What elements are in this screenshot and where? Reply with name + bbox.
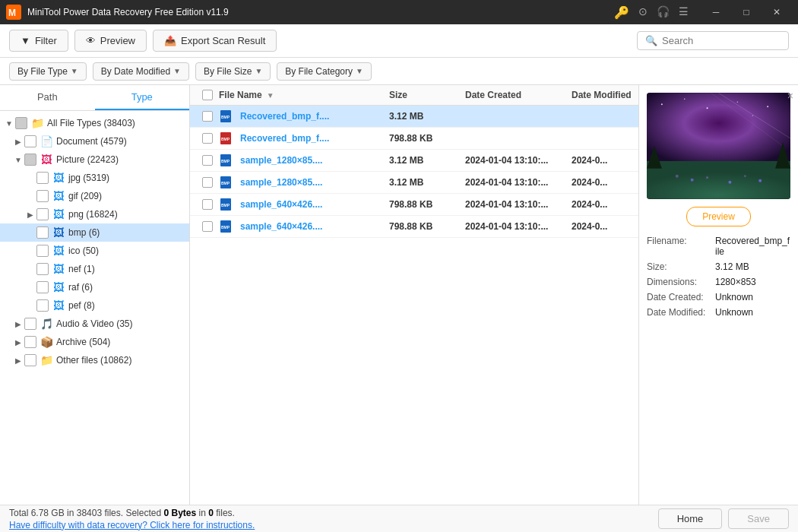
row-check-cell[interactable] <box>196 199 219 210</box>
tree-label: Other files (10862) <box>56 355 131 366</box>
headphones-icon[interactable]: 🎧 <box>657 5 670 20</box>
tree-label: Audio & Video (35) <box>56 318 133 329</box>
file-size-filter[interactable]: By File Size ▼ <box>195 62 271 81</box>
expand-icon[interactable]: ▶ <box>12 336 24 348</box>
sort-arrow-icon: ▼ <box>267 91 274 100</box>
bmp-file-icon: BMP <box>219 154 233 167</box>
row-checkbox[interactable] <box>202 221 213 232</box>
tree-checkbox[interactable] <box>36 263 49 275</box>
file-type-filter[interactable]: By File Type ▼ <box>9 62 87 81</box>
row-checkbox[interactable] <box>202 199 213 210</box>
tree-item-ico[interactable]: 🖼 ico (50) <box>0 242 189 260</box>
table-row[interactable]: BMP Recovered_bmp_f.... 798.88 KB <box>190 128 638 150</box>
svg-point-26 <box>676 175 679 178</box>
help-link[interactable]: Have difficulty with data recovery? Clic… <box>9 520 255 530</box>
export-button[interactable]: 📤 Export Scan Result <box>153 30 277 52</box>
tree-item-pef[interactable]: 🖼 pef (8) <box>0 296 189 315</box>
tree-checkbox[interactable] <box>24 154 36 166</box>
tab-type[interactable]: Type <box>95 85 190 110</box>
table-row[interactable]: BMP sample_640×426.... 798.88 KB 2024-01… <box>190 216 638 238</box>
tree-item-archive[interactable]: ▶ 📦 Archive (504) <box>0 333 189 351</box>
expand-icon[interactable]: ▶ <box>24 208 36 220</box>
col-header-modified[interactable]: Date Modified <box>572 90 632 100</box>
tree-label: raf (6) <box>68 282 93 293</box>
file-name-cell: BMP sample_640×426.... <box>219 220 389 233</box>
tree-item-png[interactable]: ▶ 🖼 png (16824) <box>0 205 189 223</box>
tree-checkbox[interactable] <box>36 190 49 202</box>
tree-item-other[interactable]: ▶ 📁 Other files (10862) <box>0 351 189 369</box>
table-row[interactable]: BMP sample_1280×85.... 3.12 MB 2024-01-0… <box>190 150 638 172</box>
row-checkbox[interactable] <box>202 155 213 166</box>
row-checkbox[interactable] <box>202 133 213 144</box>
tree-checkbox[interactable] <box>36 245 49 257</box>
row-checkbox[interactable] <box>202 111 213 122</box>
tree-item-document[interactable]: ▶ 📄 Document (4579) <box>0 132 189 150</box>
tree-item-all[interactable]: ▼ 📁 All File Types (38403) <box>0 114 189 132</box>
tree-label: nef (1) <box>68 264 95 274</box>
header-check[interactable] <box>196 90 219 100</box>
col-header-size[interactable]: Size <box>389 90 465 100</box>
expand-icon[interactable]: ▶ <box>12 318 24 330</box>
tree-checkbox[interactable] <box>36 172 49 184</box>
file-name-cell: BMP sample_640×426.... <box>219 198 389 211</box>
maximize-button[interactable]: □ <box>731 0 762 24</box>
tree-item-audio[interactable]: ▶ 🎵 Audio & Video (35) <box>0 315 189 333</box>
tree-checkbox[interactable] <box>24 135 36 147</box>
select-all-checkbox[interactable] <box>202 90 213 100</box>
row-checkbox[interactable] <box>202 177 213 188</box>
tree-item-bmp[interactable]: 🖼 bmp (6) <box>0 223 189 242</box>
col-header-created[interactable]: Date Created <box>465 90 572 100</box>
tree-checkbox[interactable] <box>36 281 49 293</box>
dimensions-value: 1280×853 <box>715 277 756 287</box>
tree-checkbox[interactable] <box>15 117 27 129</box>
tree-item-nef[interactable]: 🖼 nef (1) <box>0 260 189 278</box>
save-button[interactable]: Save <box>728 508 789 529</box>
menu-icon[interactable]: ☰ <box>679 5 689 20</box>
col-header-filename[interactable]: File Name ▼ <box>219 90 389 100</box>
circle-icon[interactable]: ⊙ <box>638 5 648 20</box>
filter-button[interactable]: ▼ Filter <box>9 30 68 52</box>
tree-checkbox[interactable] <box>24 318 36 330</box>
tree-checkbox[interactable] <box>36 299 49 312</box>
row-check-cell[interactable] <box>196 111 219 122</box>
table-row[interactable]: BMP sample_640×426.... 798.88 KB 2024-01… <box>190 194 638 216</box>
expand-icon[interactable]: ▼ <box>12 154 24 166</box>
file-size-cell: 798.88 KB <box>389 133 465 144</box>
search-input[interactable] <box>662 35 781 46</box>
tree-item-raf[interactable]: 🖼 raf (6) <box>0 278 189 296</box>
svg-point-29 <box>728 181 731 184</box>
eye-icon: 👁 <box>86 35 96 46</box>
row-check-cell[interactable] <box>196 177 219 188</box>
row-check-cell[interactable] <box>196 133 219 144</box>
tree-checkbox[interactable] <box>24 336 36 348</box>
preview-close-button[interactable]: × <box>787 90 793 102</box>
tree-item-jpg[interactable]: 🖼 jpg (5319) <box>0 169 189 187</box>
table-row[interactable]: BMP Recovered_bmp_f.... 3.12 MB <box>190 106 638 128</box>
tree-checkbox[interactable] <box>36 208 49 220</box>
bmp-file-icon: BMP <box>219 176 233 189</box>
date-modified-filter[interactable]: By Date Modified ▼ <box>93 62 189 81</box>
tab-path[interactable]: Path <box>0 85 95 110</box>
file-created-cell: 2024-01-04 13:10:... <box>465 177 572 188</box>
tree-checkbox[interactable] <box>36 226 49 239</box>
tree-checkbox[interactable] <box>24 354 36 366</box>
expand-icon[interactable]: ▶ <box>12 354 24 366</box>
home-button[interactable]: Home <box>658 508 723 529</box>
minimize-button[interactable]: ─ <box>701 0 731 24</box>
expand-icon[interactable]: ▼ <box>3 117 15 129</box>
expand-icon[interactable]: ▶ <box>12 135 24 147</box>
table-row[interactable]: BMP sample_1280×85.... 3.12 MB 2024-01-0… <box>190 172 638 194</box>
preview-action-button[interactable]: Preview <box>686 207 751 226</box>
nef-icon: 🖼 <box>52 262 65 276</box>
key-icon[interactable]: 🔑 <box>614 5 629 20</box>
row-check-cell[interactable] <box>196 221 219 232</box>
file-category-filter[interactable]: By File Category ▼ <box>277 62 372 81</box>
close-button[interactable]: ✕ <box>762 0 792 24</box>
size-label: Size: <box>647 261 715 272</box>
status-left: Total 6.78 GB in 38403 files. Selected 0… <box>9 508 255 530</box>
tree-item-gif[interactable]: 🖼 gif (209) <box>0 187 189 205</box>
preview-svg <box>647 93 790 199</box>
tree-item-picture[interactable]: ▼ 🖼 Picture (22423) <box>0 150 189 169</box>
preview-button[interactable]: 👁 Preview <box>74 30 147 52</box>
row-check-cell[interactable] <box>196 155 219 166</box>
